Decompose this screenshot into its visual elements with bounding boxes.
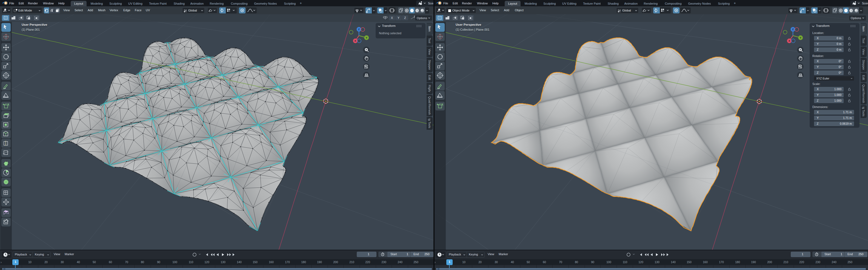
svg-text:Y: Y: [366, 36, 367, 39]
svg-text:Y: Y: [800, 36, 801, 39]
svg-text:X: X: [354, 39, 356, 42]
svg-text:X: X: [788, 39, 790, 42]
svg-text:Z: Z: [358, 28, 360, 31]
svg-text:Z: Z: [792, 28, 794, 31]
